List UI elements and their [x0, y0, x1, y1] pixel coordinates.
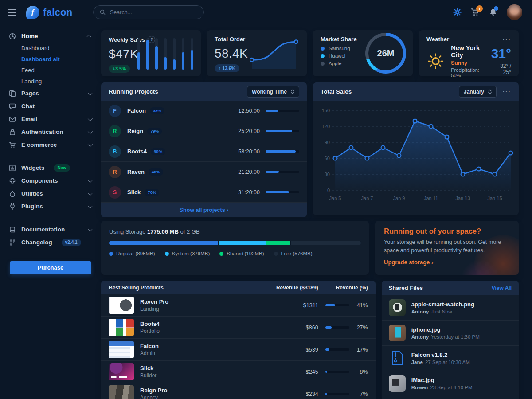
project-percent-badge: 40%: [149, 168, 163, 176]
falcon-logo-text: falcon: [43, 7, 73, 18]
sidebar-divider: [9, 156, 92, 156]
upgrade-space-card: Running out of your space? Your storage …: [375, 221, 519, 275]
sun-icon: [426, 50, 445, 73]
sidebar-item-documentation[interactable]: Documentation: [0, 223, 101, 236]
sidebar-item-widgets[interactable]: Widgets New: [0, 161, 101, 174]
sidebar-item-dashboard-alt[interactable]: Dashboard alt: [0, 54, 101, 65]
legend-dot: [321, 47, 325, 51]
notifications-bell-icon[interactable]: [489, 8, 497, 17]
project-avatar: S: [109, 186, 121, 199]
project-progress-bar: [266, 110, 299, 112]
product-category[interactable]: Landing: [140, 306, 168, 312]
product-thumbnail-reign-pro[interactable]: [109, 385, 134, 399]
sidebar-divider: [9, 254, 92, 254]
cart-badge: 1: [476, 5, 483, 12]
project-name[interactable]: Slick: [127, 189, 141, 196]
product-thumbnail-raven-pro[interactable]: [109, 297, 134, 314]
sidebar-item-ecommerce[interactable]: E commerce: [0, 138, 101, 151]
product-category[interactable]: Agency: [140, 395, 167, 399]
settings-gear-icon[interactable]: [453, 8, 462, 16]
month-select[interactable]: January: [459, 86, 497, 98]
falcon-logo[interactable]: ƒ falcon: [26, 6, 73, 19]
product-name[interactable]: Raven Pro: [140, 298, 168, 305]
user-avatar[interactable]: [507, 4, 522, 20]
file-name[interactable]: iphone.jpg: [411, 326, 480, 333]
product-category[interactable]: Builder: [140, 372, 156, 379]
sidebar-item-authentication[interactable]: Authentication: [0, 125, 101, 138]
file-thumbnail-zip[interactable]: [389, 350, 406, 367]
widgets-icon: [9, 164, 16, 172]
project-name[interactable]: Falcon: [127, 107, 146, 114]
sidebar-item-chat[interactable]: Chat: [0, 100, 101, 113]
project-percent-badge: 90%: [151, 148, 165, 155]
dashboard-page: ƒ falcon 1: [0, 0, 532, 399]
search-input[interactable]: [109, 9, 197, 16]
widgets-new-badge: New: [54, 164, 70, 172]
revenue-column-header: Revenue ($3189): [276, 285, 318, 291]
book-icon: [9, 226, 16, 233]
project-name[interactable]: Reign: [127, 128, 143, 134]
product-category[interactable]: Admin: [140, 350, 159, 356]
sidebar: Home Dashboard Dashboard alt Feed Landin…: [0, 24, 101, 399]
weather-city: New York City: [451, 44, 485, 59]
weather-menu-icon[interactable]: ···: [503, 36, 511, 43]
working-time-select[interactable]: Working Time: [247, 86, 299, 98]
sidebar-item-utilities[interactable]: Utilities: [0, 187, 101, 200]
file-thumbnail-iphone[interactable]: [389, 325, 406, 341]
menu-toggle-icon[interactable]: [8, 9, 16, 16]
sidebar-divider: [9, 218, 92, 218]
product-thumbnail-boots4[interactable]: [109, 319, 134, 336]
sidebar-item-plugins[interactable]: Plugins: [0, 200, 101, 213]
total-sales-menu-icon[interactable]: ···: [503, 88, 511, 95]
sidebar-item-feed[interactable]: Feed: [0, 65, 101, 76]
sidebar-item-landing[interactable]: Landing: [0, 76, 101, 87]
sidebar-item-dashboard[interactable]: Dashboard: [0, 43, 101, 54]
puzzle-icon: [9, 177, 16, 184]
upgrade-storage-link[interactable]: Upgrade storage ›: [384, 259, 433, 266]
chevron-down-icon: [88, 129, 93, 133]
plug-icon: [9, 203, 16, 210]
project-time: 25:20:00: [238, 128, 260, 134]
project-row: S Slick 70% 31:20:00: [101, 182, 307, 203]
product-name[interactable]: Slick: [140, 365, 156, 372]
product-revenue: $860: [283, 325, 318, 331]
sidebar-item-changelog[interactable]: Changelog v2.4.1: [0, 236, 101, 249]
project-time: 12:50:00: [238, 108, 260, 114]
product-thumbnail-falcon[interactable]: [109, 341, 134, 358]
product-progress-bar: [325, 326, 349, 329]
file-name[interactable]: Falcon v1.8.2: [411, 352, 470, 358]
project-name[interactable]: Boots4: [127, 148, 147, 155]
zip-file-icon: [390, 351, 404, 366]
tables-row: Best Selling Products Revenue ($3189) Re…: [101, 281, 519, 399]
show-all-projects-link[interactable]: Show all projects ›: [101, 203, 307, 217]
file-thumbnail-apple-smart-watch[interactable]: [389, 299, 406, 316]
product-category[interactable]: Portfolio: [140, 328, 160, 334]
file-name[interactable]: iMac.jpg: [411, 377, 473, 383]
purchase-button[interactable]: Purchase: [10, 261, 91, 274]
product-name[interactable]: Falcon: [140, 343, 159, 349]
product-row: Raven Pro Landing $1311 41%: [101, 294, 376, 317]
storage-segment-shared: [266, 241, 290, 245]
stats-row: Weekly Sales ? $47K +3.5% Total Order 58…: [101, 30, 519, 76]
product-name[interactable]: Boots4: [140, 321, 160, 327]
svg-text:Jan 7: Jan 7: [361, 196, 373, 201]
sidebar-item-home[interactable]: Home: [0, 30, 101, 43]
search-icon: [100, 9, 106, 15]
product-percent: 41%: [349, 302, 368, 309]
sidebar-item-pages[interactable]: Pages: [0, 87, 101, 100]
weather-precipitation: Precipitation: 50%: [451, 67, 485, 78]
file-name[interactable]: apple-smart-watch.png: [411, 301, 474, 308]
sidebar-item-components[interactable]: Components: [0, 174, 101, 187]
file-thumbnail-imac[interactable]: [389, 375, 406, 392]
product-name[interactable]: Reign Pro: [140, 387, 167, 394]
product-thumbnail-slick[interactable]: [109, 363, 134, 380]
view-all-link[interactable]: View All: [492, 285, 512, 291]
search-box[interactable]: [93, 5, 204, 19]
cart-icon[interactable]: 1: [471, 8, 480, 16]
legend-dot: [321, 62, 325, 66]
sidebar-item-email[interactable]: Email: [0, 113, 101, 125]
storage-label: Using Storage 1775.06 MB of 2 GB: [109, 228, 361, 235]
product-progress-bar: [325, 393, 349, 395]
chevron-down-icon: [88, 177, 93, 182]
project-name[interactable]: Raven: [127, 168, 145, 175]
